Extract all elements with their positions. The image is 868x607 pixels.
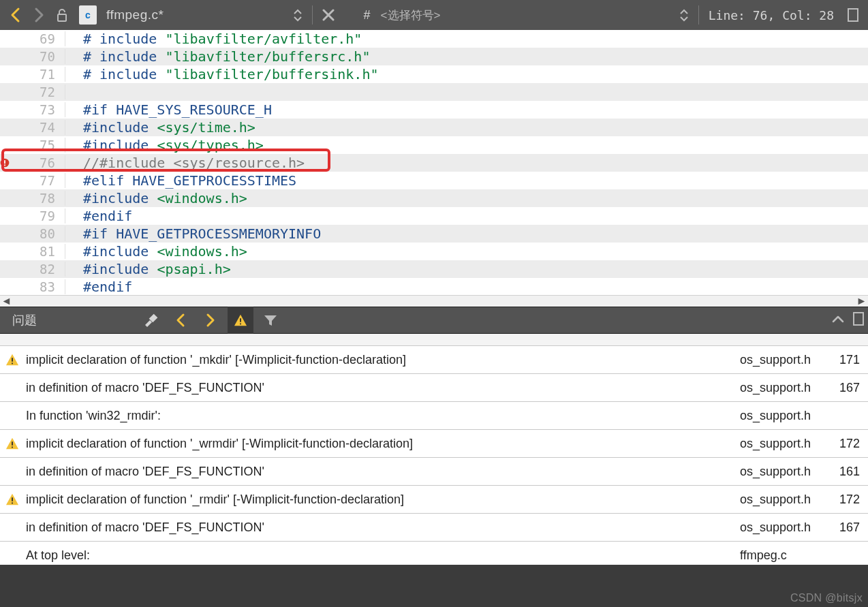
svg-rect-13	[12, 497, 13, 501]
warnings-toggle-button[interactable]	[228, 307, 253, 334]
symbol-picker[interactable]: <选择符号>	[381, 7, 441, 23]
problem-message: implicit declaration of function '_rmdir…	[25, 493, 740, 507]
line-number: 69	[10, 31, 65, 46]
code-content[interactable]: #include <psapi.h>	[65, 261, 231, 277]
problem-line: 167	[835, 520, 868, 535]
line-number: 72	[10, 84, 65, 99]
svg-rect-9	[12, 358, 13, 361]
problem-line: 172	[835, 493, 868, 507]
svg-rect-14	[12, 503, 13, 504]
nav-forward-button[interactable]	[33, 7, 45, 23]
split-editor-button[interactable]	[848, 8, 858, 22]
code-line[interactable]: 74#include <sys/time.h>	[0, 119, 868, 136]
line-number: 80	[10, 226, 65, 241]
code-line[interactable]: 80#if HAVE_GETPROCESSMEMORYINFO	[0, 225, 868, 243]
line-number: 77	[10, 173, 65, 188]
code-content[interactable]: #if HAVE_SYS_RESOURCE_H	[65, 102, 272, 118]
code-line[interactable]: 70# include "libavfilter/buffersrc.h"	[0, 48, 868, 65]
code-line[interactable]: 82#include <psapi.h>	[0, 260, 868, 278]
problem-row[interactable]: In function 'win32_rmdir':os_support.h	[0, 402, 868, 430]
code-content[interactable]: #elif HAVE_GETPROCESSTIMES	[65, 172, 296, 189]
svg-rect-8	[854, 313, 863, 325]
horizontal-scrollbar[interactable]: ◄ ►	[0, 295, 868, 307]
svg-rect-4	[4, 165, 5, 166]
code-line[interactable]: 78#include <windows.h>	[0, 189, 868, 207]
line-number: 79	[10, 208, 65, 223]
line-number: 74	[10, 120, 65, 135]
problem-row[interactable]: in definition of macro 'DEF_FS_FUNCTION'…	[0, 374, 868, 402]
file-spinner[interactable]	[293, 9, 303, 22]
code-editor[interactable]: 69# include "libavfilter/avfilter.h"70# …	[0, 30, 868, 307]
svg-rect-0	[58, 14, 66, 21]
panel-menu-button[interactable]	[853, 312, 868, 329]
svg-rect-7	[240, 324, 241, 325]
code-line[interactable]: 69# include "libavfilter/avfilter.h"	[0, 30, 868, 48]
code-line[interactable]: 81#include <windows.h>	[0, 243, 868, 260]
close-file-button[interactable]	[322, 9, 335, 21]
line-number: 75	[10, 138, 65, 153]
code-content[interactable]: #include <windows.h>	[65, 243, 247, 260]
problem-file: os_support.h	[740, 493, 835, 507]
gutter-error-icon	[0, 156, 10, 170]
scroll-right-icon[interactable]: ►	[856, 296, 867, 307]
code-line[interactable]: 79#endif	[0, 207, 868, 225]
problem-row[interactable]: implicit declaration of function '_rmdir…	[0, 486, 868, 514]
next-problem-button[interactable]	[198, 307, 223, 334]
code-line[interactable]: 72	[0, 83, 868, 101]
problem-message: At top level:	[25, 548, 740, 563]
problem-row[interactable]: implicit declaration of function '_mkdir…	[0, 346, 868, 374]
problem-file: os_support.h	[740, 381, 835, 395]
filename-label: ffmpeg.c*	[106, 7, 164, 22]
problems-toolbar: 问题	[0, 307, 868, 334]
code-content[interactable]: #include <sys/types.h>	[65, 137, 264, 153]
code-content[interactable]: #endif	[65, 208, 132, 224]
code-line[interactable]: 76//#include <sys/resource.h>	[0, 154, 868, 172]
filter-button[interactable]	[258, 307, 283, 334]
code-content[interactable]: #include <sys/time.h>	[65, 119, 255, 136]
code-line[interactable]: 75#include <sys/types.h>	[0, 136, 868, 154]
problem-message: implicit declaration of function '_mkdir…	[25, 353, 740, 367]
problem-row[interactable]: At top level:ffmpeg.c	[0, 542, 868, 565]
problem-line: 172	[835, 437, 868, 451]
code-line[interactable]: 73#if HAVE_SYS_RESOURCE_H	[0, 101, 868, 119]
code-content[interactable]: # include "libavfilter/buffersrc.h"	[65, 48, 370, 65]
svg-rect-10	[12, 363, 13, 364]
problems-header-row	[0, 334, 868, 346]
nav-back-button[interactable]	[10, 7, 22, 23]
toolbar-divider	[698, 5, 699, 25]
scroll-left-icon[interactable]: ◄	[1, 296, 12, 307]
lock-icon[interactable]	[55, 7, 69, 22]
toolbar-divider	[312, 5, 313, 25]
code-content[interactable]: #include <windows.h>	[65, 190, 247, 206]
code-content[interactable]: # include "libavfilter/avfilter.h"	[65, 31, 362, 47]
svg-rect-3	[4, 160, 5, 164]
problem-file: os_support.h	[740, 520, 835, 535]
line-number: 76	[10, 155, 65, 170]
code-line[interactable]: 71# include "libavfilter/buffersink.h"	[0, 65, 868, 83]
problems-panel[interactable]: implicit declaration of function '_mkdir…	[0, 334, 868, 565]
problem-row[interactable]: in definition of macro 'DEF_FS_FUNCTION'…	[0, 514, 868, 542]
warning-icon	[0, 353, 25, 367]
line-number: 83	[10, 279, 65, 294]
editor-toolbar: c ffmpeg.c* # <选择符号> Line: 76, Col: 28	[0, 0, 868, 30]
code-line[interactable]: 83#endif	[0, 278, 868, 295]
problem-file: os_support.h	[740, 353, 835, 367]
problem-file: os_support.h	[740, 409, 835, 423]
code-content[interactable]: # include "libavfilter/buffersink.h"	[65, 66, 379, 82]
line-number: 70	[10, 49, 65, 64]
code-content[interactable]: #endif	[65, 279, 132, 295]
prev-problem-button[interactable]	[168, 307, 193, 334]
collapse-panel-button[interactable]	[823, 313, 853, 328]
code-line[interactable]: 77#elif HAVE_GETPROCESSTIMES	[0, 172, 868, 189]
problem-row[interactable]: in definition of macro 'DEF_FS_FUNCTION'…	[0, 458, 868, 486]
problem-line: 171	[835, 353, 868, 367]
code-content[interactable]: //#include <sys/resource.h>	[65, 155, 305, 171]
clear-button[interactable]	[138, 307, 164, 334]
line-number: 71	[10, 67, 65, 82]
file-type-icon: c	[79, 5, 97, 25]
problem-message: In function 'win32_rmdir':	[25, 409, 740, 423]
problem-row[interactable]: implicit declaration of function '_wrmdi…	[0, 430, 868, 458]
code-content[interactable]: #if HAVE_GETPROCESSMEMORYINFO	[65, 225, 321, 242]
symbol-spinner[interactable]	[679, 9, 689, 22]
cursor-position-label: Line: 76, Col: 28	[709, 8, 834, 22]
